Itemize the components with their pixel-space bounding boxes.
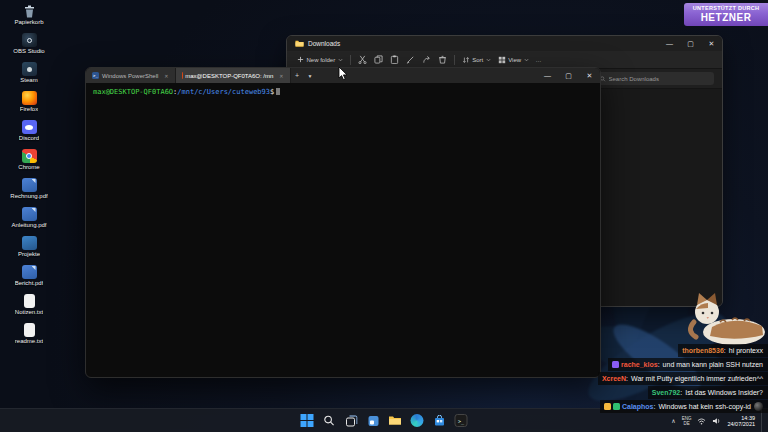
desktop-icon-label: OBS Studio <box>13 48 44 55</box>
chat-badge-icon <box>612 361 619 368</box>
task-view-icon <box>345 415 357 427</box>
wifi-icon[interactable] <box>697 417 706 425</box>
powershell-icon: >_ <box>92 72 99 79</box>
explorer-title-bar[interactable]: Downloads — ▢ ✕ <box>287 36 722 51</box>
plus-icon <box>297 56 304 63</box>
delete-button[interactable] <box>438 55 447 64</box>
widgets-button[interactable] <box>366 413 381 428</box>
chat-separator: : <box>680 388 682 397</box>
chevron-down-icon <box>338 58 343 62</box>
desktop-icon-discord[interactable]: Discord <box>0 120 58 142</box>
maximize-icon[interactable]: ▢ <box>558 68 579 83</box>
tab-wsl[interactable]: max@DESKTOP-QF0TA6O: /mn ✕ <box>176 68 291 83</box>
chat-text: Ist das Windows Insider? <box>685 388 763 397</box>
more-options-button[interactable]: … <box>536 57 542 63</box>
tab-windows-powershell[interactable]: >_ Windows PowerShell ✕ <box>86 68 176 83</box>
desktop-icon-label: Firefox <box>20 106 38 113</box>
file-explorer-button[interactable] <box>388 413 403 428</box>
close-icon[interactable]: ✕ <box>701 36 722 51</box>
sort-button[interactable]: Sort <box>462 56 491 64</box>
steam-icon <box>22 62 37 76</box>
chat-text: hi prontexx <box>729 346 763 355</box>
chat-username: rache_klos <box>621 360 658 369</box>
new-folder-button[interactable]: New folder <box>297 56 343 63</box>
terminal-content[interactable]: max@DESKTOP-QF0TA6O:/mnt/c/Users/cuteweb… <box>86 83 600 377</box>
search-input[interactable] <box>609 76 710 82</box>
edge-button[interactable] <box>410 413 425 428</box>
store-button[interactable] <box>432 413 447 428</box>
ellipsis-icon: … <box>536 57 542 63</box>
rename-button[interactable] <box>406 55 415 64</box>
desktop-icon-label: Projekte <box>18 251 40 258</box>
chrome-icon <box>22 149 37 163</box>
tab-dropdown-icon[interactable]: ▼ <box>304 68 317 83</box>
chat-text: und man kann plain SSH nutzen <box>663 360 763 369</box>
prompt-symbol: $ <box>270 88 274 96</box>
app-icon <box>22 236 37 250</box>
desktop-icon-label: readme.txt <box>15 338 43 345</box>
desktop-icon-pdf[interactable]: Bericht.pdf <box>0 265 58 287</box>
desktop-icon-app[interactable]: Projekte <box>0 236 58 258</box>
start-button[interactable] <box>300 413 315 428</box>
language-indicator[interactable]: ENG DE <box>682 416 692 426</box>
new-tab-icon[interactable]: + <box>291 68 304 83</box>
minimize-icon[interactable]: — <box>537 68 558 83</box>
desktop-icon-textfile[interactable]: readme.txt <box>0 323 58 345</box>
copy-button[interactable] <box>374 55 383 64</box>
chat-message: thorben8536: hi prontexx <box>678 344 768 357</box>
volume-icon[interactable] <box>712 417 721 425</box>
desktop: Papierkorb OBS Studio Steam Firefox Disc… <box>0 0 768 432</box>
desktop-icon-label: Papierkorb <box>14 19 43 26</box>
sort-icon <box>462 56 470 64</box>
share-icon <box>422 55 431 64</box>
toolbar-divider <box>454 55 455 65</box>
chat-text: Windows hat kein ssh-copy-id <box>658 402 751 411</box>
cut-button[interactable] <box>358 55 367 64</box>
desktop-icon-chrome[interactable]: Chrome <box>0 149 58 171</box>
taskbar-search-button[interactable] <box>322 413 337 428</box>
maximize-icon[interactable]: ▢ <box>680 36 701 51</box>
share-button[interactable] <box>422 55 431 64</box>
prompt-user-host: max@DESKTOP-QF0TA6O <box>93 88 173 96</box>
windows-logo-icon <box>301 414 314 427</box>
desktop-icon-pdf[interactable]: Rechnung.pdf <box>0 178 58 200</box>
window-title: Downloads <box>308 40 340 47</box>
desktop-icon-pdf[interactable]: Anleitung.pdf <box>0 207 58 229</box>
desktop-icon-steam[interactable]: Steam <box>0 62 58 84</box>
taskbar-clock[interactable]: 14:39 24/07/2021 <box>727 415 755 427</box>
sponsor-banner: UNTERSTÜTZT DURCH HETZNER <box>684 3 768 26</box>
ubuntu-icon <box>182 72 183 79</box>
desktop-icon-obs[interactable]: OBS Studio <box>0 33 58 55</box>
chat-username: thorben8536 <box>682 346 724 355</box>
explorer-search[interactable] <box>596 72 714 85</box>
desktop-icon-textfile[interactable]: Notizen.txt <box>0 294 58 316</box>
chat-separator: : <box>724 346 726 355</box>
recycle-bin-icon <box>22 4 37 18</box>
folder-icon <box>295 39 304 48</box>
view-button[interactable]: View <box>498 56 529 64</box>
sort-label: Sort <box>472 57 483 63</box>
desktop-icon-firefox[interactable]: Firefox <box>0 91 58 113</box>
folder-icon <box>389 415 402 426</box>
terminal-window: >_ Windows PowerShell ✕ max@DESKTOP-QF0T… <box>85 67 601 378</box>
tray-overflow-icon[interactable]: ∧ <box>671 417 675 424</box>
pdf-file-icon <box>22 207 37 221</box>
desktop-icon-recycle-bin[interactable]: Papierkorb <box>0 4 58 26</box>
view-grid-icon <box>498 56 506 64</box>
minimize-icon[interactable]: — <box>659 36 680 51</box>
chat-emote-icon <box>754 402 763 411</box>
clock-date: 24/07/2021 <box>727 421 755 427</box>
tab-close-icon[interactable]: ✕ <box>164 73 168 79</box>
desktop-icon-label: Rechnung.pdf <box>10 193 47 200</box>
desktop-icon-label: Notizen.txt <box>15 309 43 316</box>
paste-button[interactable] <box>390 55 399 64</box>
discord-icon <box>22 120 37 134</box>
firefox-icon <box>22 91 37 105</box>
chat-text: War mit Putty eigentlich immer zufrieden… <box>631 374 763 383</box>
tab-close-icon[interactable]: ✕ <box>279 73 283 79</box>
terminal-button[interactable]: >_ <box>454 413 469 428</box>
tab-title: Windows PowerShell <box>102 73 158 79</box>
task-view-button[interactable] <box>344 413 359 428</box>
close-icon[interactable]: ✕ <box>579 68 600 83</box>
text-file-icon <box>24 294 35 308</box>
